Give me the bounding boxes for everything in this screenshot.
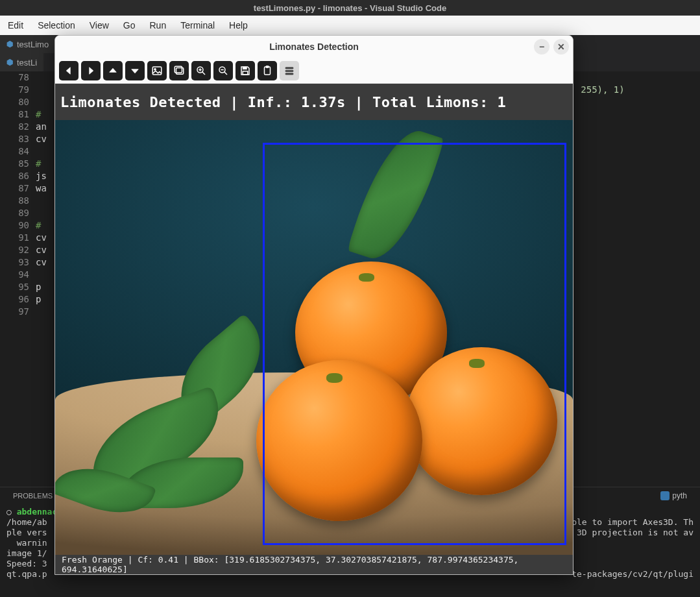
matplotlib-toolbar: [55, 58, 573, 84]
save-icon[interactable]: [235, 61, 255, 80]
figure-canvas: Limonates Detected | Inf.: 1.37s | Total…: [55, 84, 573, 574]
window-controls: − ✕: [534, 39, 569, 55]
menu-selection[interactable]: Selection: [32, 18, 80, 32]
svg-rect-7: [243, 67, 247, 69]
menu-edit[interactable]: Edit: [3, 18, 29, 32]
svg-rect-12: [285, 70, 293, 71]
figure-status-bar: Fresh Orange | Cf: 0.41 | BBox: [319.618…: [55, 555, 573, 574]
svg-rect-10: [266, 66, 269, 67]
menu-terminal[interactable]: Terminal: [175, 18, 220, 32]
python-icon: [660, 491, 670, 500]
forward-icon[interactable]: [81, 61, 101, 80]
clipboard-icon[interactable]: [258, 61, 277, 80]
matplotlib-window: Limonates Detection − ✕ Limonates Detect…: [54, 35, 573, 575]
svg-rect-13: [285, 73, 293, 74]
up-icon[interactable]: [103, 61, 123, 80]
zoom-out-icon[interactable]: [213, 61, 233, 80]
editor-tab-0-label: testLimo: [17, 40, 49, 49]
vscode-menubar: Edit Selection View Go Run Terminal Help: [0, 16, 700, 35]
close-button[interactable]: ✕: [553, 39, 569, 55]
matplotlib-title: Limonates Detection: [269, 42, 359, 52]
figure-title: Limonates Detected | Inf.: 1.37s | Total…: [55, 84, 573, 120]
python-file-icon: ⬢: [6, 40, 13, 49]
editor-tab-1[interactable]: ⬢ testLi: [0, 53, 43, 71]
svg-rect-0: [660, 491, 670, 500]
menu-help[interactable]: Help: [224, 18, 253, 32]
svg-rect-8: [243, 71, 248, 74]
menu-go[interactable]: Go: [118, 18, 141, 32]
panel-tab-problems[interactable]: PROBLEMS: [13, 492, 53, 500]
minimize-button[interactable]: −: [534, 39, 549, 55]
svg-rect-1: [152, 67, 162, 75]
settings-icon[interactable]: [280, 61, 299, 80]
vscode-title: testLimones.py - limonates - Visual Stud…: [254, 3, 446, 13]
matplotlib-titlebar[interactable]: Limonates Detection − ✕: [55, 36, 573, 58]
detection-bounding-box: [263, 143, 566, 544]
gallery-icon[interactable]: [169, 61, 189, 80]
python-file-icon: ⬢: [6, 58, 13, 67]
line-number-gutter: 7879808182838485868788899091929394959697: [0, 71, 36, 487]
editor-tab-0[interactable]: ⬢ testLimo: [0, 35, 55, 53]
editor-tab-1-label: testLi: [17, 58, 37, 67]
image-icon[interactable]: [147, 61, 167, 80]
vscode-titlebar: testLimones.py - limonates - Visual Stud…: [0, 0, 700, 16]
svg-rect-11: [285, 67, 293, 68]
figure-image: [55, 120, 573, 555]
panel-language-indicator[interactable]: pyth: [660, 491, 687, 500]
menu-run[interactable]: Run: [145, 18, 172, 32]
zoom-in-icon[interactable]: [191, 61, 211, 80]
down-icon[interactable]: [125, 61, 145, 80]
back-icon[interactable]: [59, 61, 78, 80]
svg-point-2: [154, 68, 156, 70]
menu-view[interactable]: View: [84, 18, 114, 32]
